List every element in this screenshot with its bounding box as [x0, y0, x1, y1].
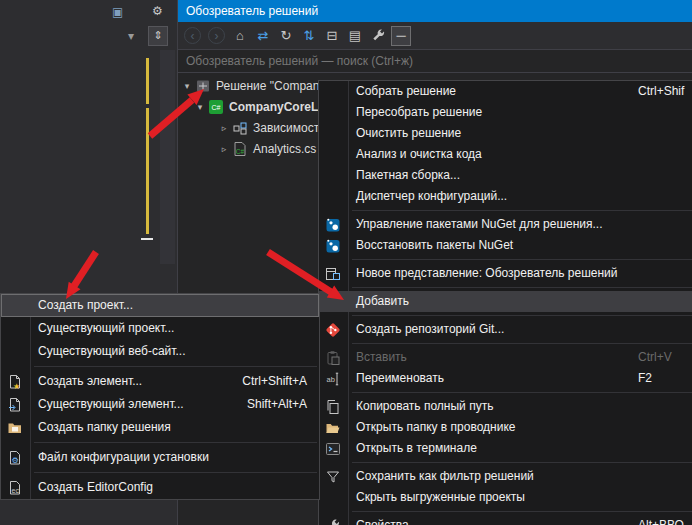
menu-item-open-folder-in-file-explorer[interactable]: Открыть папку в проводнике: [319, 417, 692, 438]
menu-item-shortcut: Ctrl+Shif: [638, 81, 684, 102]
menu-item-manage-nuget-packages-for-solution[interactable]: Управление пакетами NuGet для решения...: [319, 214, 692, 235]
menu-item-label: Очистить решение: [356, 126, 461, 140]
collapse-all-button[interactable]: ⊟: [322, 26, 342, 46]
preview-selected-items-button[interactable]: ─: [391, 26, 411, 46]
folder-open-icon: [325, 420, 341, 436]
existing-item-icon: [7, 397, 23, 413]
menu-item-existing-project[interactable]: Существующий проект...: [1, 317, 319, 340]
home-button[interactable]: ⌂: [230, 26, 250, 46]
menu-item-installer-configuration-file[interactable]: ⚙Файл конфигурации установки: [1, 446, 319, 469]
window-icon[interactable]: [112, 4, 123, 20]
tree-item-label: Зависимост: [253, 121, 319, 135]
add-submenu: Создать проект...Существующий проект...С…: [0, 293, 320, 500]
menu-item-shortcut: Ctrl+Shift+A: [242, 370, 307, 393]
menu-item-label: Пересобрать решение: [356, 105, 482, 119]
explorer-toolbar: ‹›⌂⇄↻⇅⊟▤─: [178, 22, 692, 50]
scrollbar-caret-mark: [141, 238, 153, 240]
menu-item-hide-unloaded-projects[interactable]: Скрыть выгруженные проекты: [319, 487, 692, 508]
copy-path-icon: [325, 399, 341, 415]
menu-item-new-editorconfig[interactable]: ecСоздать EditorConfig: [1, 476, 319, 499]
visual-studio-window: Обозреватель решений ‹›⌂⇄↻⇅⊟▤─ ▾Решение …: [0, 0, 692, 525]
menu-item-analyze-and-code-cleanup[interactable]: Анализ и очистка кода: [319, 144, 692, 165]
menu-item-copy-full-path[interactable]: Копировать полный путь: [319, 396, 692, 417]
properties-button[interactable]: [368, 26, 388, 46]
menu-item-label: Управление пакетами NuGet для решения...: [356, 217, 603, 231]
back-button[interactable]: ‹: [184, 27, 201, 44]
show-all-files-button[interactable]: ▤: [345, 26, 365, 46]
menu-item-label: Свойства: [356, 518, 409, 525]
menu-item-configuration-manager[interactable]: Диспетчер конфигураций...: [319, 186, 692, 207]
expander-expanded-icon[interactable]: ▾: [194, 102, 206, 112]
menu-item-new-solution-folder[interactable]: Создать папку решения: [1, 416, 319, 439]
menu-separator: [352, 343, 692, 344]
menu-item-add[interactable]: Добавить: [319, 291, 692, 312]
tree-item-label: CompanyCoreL: [229, 100, 318, 114]
svg-text:ec: ec: [12, 486, 20, 493]
menu-item-label: Добавить: [356, 294, 409, 308]
menu-item-batch-build[interactable]: Пакетная сборка...: [319, 165, 692, 186]
menu-separator: [34, 442, 317, 443]
forward-button[interactable]: ›: [208, 27, 225, 44]
menu-item-clean-solution[interactable]: Очистить решение: [319, 123, 692, 144]
svg-text:C#: C#: [212, 104, 221, 111]
menu-item-existing-item[interactable]: Существующий элемент...Shift+Alt+A: [1, 393, 319, 416]
rename-icon: ab: [325, 371, 341, 387]
menu-item-existing-web-site[interactable]: Существующий веб-сайт...: [1, 340, 319, 363]
context-menu: Собрать решениеCtrl+ShifПересобрать реше…: [318, 80, 692, 525]
menu-item-label: Анализ и очистка кода: [356, 147, 482, 161]
new-item-icon: ★: [7, 374, 23, 390]
menu-separator: [352, 315, 692, 316]
menu-item-label: Открыть в терминале: [356, 441, 477, 455]
menu-item-paste[interactable]: ВставитьCtrl+V: [319, 347, 692, 368]
scrollbar-change-mark: [146, 108, 149, 234]
menu-item-rebuild-solution[interactable]: Пересобрать решение: [319, 102, 692, 123]
menu-item-new-solution-explorer-view[interactable]: Новое представление: Обозреватель решени…: [319, 263, 692, 284]
pending-changes-filter-button[interactable]: ⇅: [299, 26, 319, 46]
menu-item-shortcut: Ctrl+V: [638, 347, 672, 368]
svg-text:C#: C#: [236, 147, 245, 154]
refresh-button[interactable]: ↻: [276, 26, 296, 46]
paste-icon: [325, 350, 341, 366]
menu-item-label: Собрать решение: [356, 84, 456, 98]
search-input[interactable]: [178, 53, 692, 69]
menu-item-label: Восстановить пакеты NuGet: [356, 238, 513, 252]
panel-header[interactable]: Обозреватель решений: [178, 0, 692, 22]
menu-item-label: Диспетчер конфигураций...: [356, 189, 507, 203]
menu-item-label: Новое представление: Обозреватель решени…: [356, 266, 617, 280]
menu-item-new-item[interactable]: ★Создать элемент...Ctrl+Shift+A: [1, 370, 319, 393]
menu-separator: [352, 259, 692, 260]
expander-collapsed-icon[interactable]: ▹: [218, 144, 230, 154]
editor-scrollbar-track[interactable]: [160, 50, 175, 264]
menu-item-build-solution[interactable]: Собрать решениеCtrl+Shif: [319, 81, 692, 102]
svg-text:⚙: ⚙: [12, 456, 19, 465]
menu-item-restore-nuget-packages[interactable]: Восстановить пакеты NuGet: [319, 235, 692, 256]
solution-folder-icon: [7, 420, 23, 436]
menu-item-label: Сохранить как фильтр решений: [356, 469, 534, 483]
menu-item-label: Существующий элемент...: [38, 397, 184, 411]
menu-item-label: Создать элемент...: [38, 374, 142, 388]
gear-icon[interactable]: [152, 3, 163, 19]
menu-item-label: Существующий веб-сайт...: [38, 344, 186, 358]
dependencies-icon: [232, 120, 248, 136]
git-icon: [325, 322, 341, 338]
filter-icon: [325, 469, 341, 485]
menu-separator: [352, 392, 692, 393]
menu-item-open-in-terminal[interactable]: Открыть в терминале: [319, 438, 692, 459]
scrollbar-change-mark: [146, 58, 149, 104]
solution-icon: [195, 78, 211, 94]
menu-item-rename[interactable]: abПереименоватьF2: [319, 368, 692, 389]
menu-item-properties[interactable]: СвойстваAlt+ВВО: [319, 515, 692, 525]
sync-with-active-document-button[interactable]: ⇄: [253, 26, 273, 46]
menu-item-label: Переименовать: [356, 371, 444, 385]
menu-item-save-as-solution-filter[interactable]: Сохранить как фильтр решений: [319, 466, 692, 487]
expander-expanded-icon[interactable]: ▾: [181, 81, 193, 91]
menu-item-shortcut: F2: [638, 368, 652, 389]
menu-item-create-git-repository[interactable]: Создать репозиторий Git...: [319, 319, 692, 340]
csfile-icon: C#: [232, 141, 248, 157]
splitter-icon[interactable]: [148, 26, 168, 46]
menu-item-label: Копировать полный путь: [356, 399, 493, 413]
dropdown-caret-icon[interactable]: [128, 28, 134, 44]
menu-item-label: Создать EditorConfig: [38, 480, 153, 494]
expander-collapsed-icon[interactable]: ▹: [218, 123, 230, 133]
menu-item-new-project[interactable]: Создать проект...: [1, 294, 319, 317]
